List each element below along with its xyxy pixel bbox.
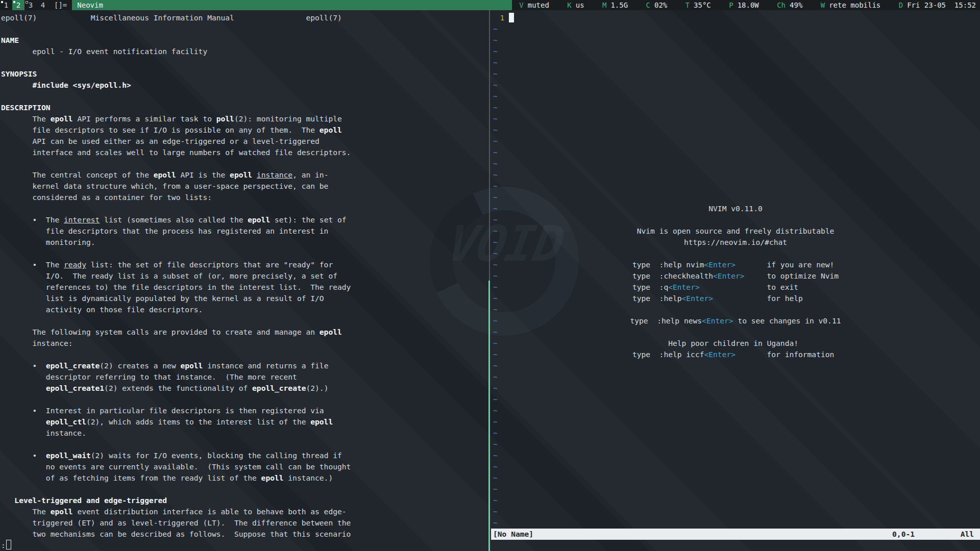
intro-line: type :help iccf<Enter> for information: [491, 349, 980, 360]
nvim-cursor: [509, 13, 514, 22]
neovim-window[interactable]: 1 ~~~~~~~~~~~~~~~~~~~~~~~~~~~~~~~~~~~~~~…: [491, 10, 980, 551]
window-separator-top: [489, 10, 490, 281]
man-line: activity on those file descriptors.: [1, 304, 489, 315]
pager-prompt: :: [1, 541, 6, 549]
status-volume: Vmuted: [519, 0, 549, 10]
window-title: Neovim: [72, 0, 512, 10]
man-line: triggered (ET) and as level-triggered (L…: [1, 517, 489, 529]
man-line: instance:: [1, 338, 489, 349]
man-line: [1, 158, 489, 169]
statusline-ruler: 0,0-1: [892, 529, 915, 540]
intro-line: [491, 248, 980, 259]
man-line: two mechanisms can be described as follo…: [1, 529, 489, 540]
empty-line-tilde: ~: [491, 394, 980, 405]
status-memory: M1.5G: [602, 0, 628, 10]
intro-line: type :checkhealth<Enter> to optimize Nvi…: [491, 270, 980, 282]
man-line: list is dynamically populated by the ker…: [1, 293, 489, 304]
intro-line: NVIM v0.11.0: [491, 203, 980, 214]
top-bar: 1234 []= Neovim VmutedKusM1.5GC02%T35°CP…: [0, 0, 980, 10]
tag-indicator-hollow: [26, 1, 28, 4]
line-number: 1: [491, 13, 509, 22]
man-line: interface and scales well to large numbe…: [1, 147, 489, 158]
nvim-statusline: [No Name] 0,0-1 All: [491, 529, 980, 540]
empty-line-tilde: ~: [491, 102, 980, 113]
empty-line-tilde: ~: [491, 484, 980, 495]
man-line: [1, 484, 489, 495]
status-wifi: Wrete mobilis: [821, 0, 881, 10]
intro-line: type :help news<Enter> to see changes in…: [491, 315, 980, 327]
tag-2[interactable]: 2: [12, 0, 24, 10]
tag-indicator-filled: [1, 1, 3, 3]
empty-line-tilde: ~: [491, 192, 980, 203]
intro-line: Nvim is open source and freely distribut…: [491, 226, 980, 237]
man-line: SYNOPSIS: [1, 68, 489, 80]
empty-line-tilde: ~: [491, 136, 980, 147]
man-line: epoll(7) Miscellaneous Information Manua…: [1, 12, 489, 23]
man-line: • Interest in particular file descriptor…: [1, 405, 489, 416]
empty-line-tilde: ~: [491, 91, 980, 102]
empty-line-tilde: ~: [491, 439, 980, 450]
man-line: I/O. The ready list is a subset of (or, …: [1, 270, 489, 282]
buffer-line-1: 1: [491, 12, 980, 23]
empty-line-tilde: ~: [491, 147, 980, 158]
man-line: epoll_create1(2) extends the functionali…: [1, 383, 489, 394]
man-line: descriptor referring to that instance. (…: [1, 371, 489, 383]
empty-line-tilde: ~: [491, 461, 980, 472]
empty-line-tilde: ~: [491, 405, 980, 416]
empty-line-tilde: ~: [491, 495, 980, 506]
man-line: [1, 315, 489, 327]
man-line: The epoll API performs a similar task to…: [1, 113, 489, 124]
man-line: file descriptors to see if I/O is possib…: [1, 124, 489, 136]
status-charge: Ch49%: [777, 0, 802, 10]
window-separator-focused: [488, 281, 490, 551]
empty-line-tilde: ~: [491, 158, 980, 169]
man-line: [1, 248, 489, 259]
tag-indicator-filled: [13, 1, 15, 3]
man-line: considered as a container for two lists:: [1, 192, 489, 203]
tag-3[interactable]: 3: [24, 0, 37, 10]
empty-line-tilde: ~: [491, 113, 980, 124]
tag-1[interactable]: 1: [0, 0, 12, 10]
intro-line: [491, 304, 980, 315]
empty-line-tilde: ~: [491, 428, 980, 439]
man-line: The following system calls are provided …: [1, 327, 489, 338]
statusline-filename: [No Name]: [493, 529, 533, 540]
layout-symbol[interactable]: []=: [49, 0, 72, 10]
nvim-intro: NVIM v0.11.0Nvim is open source and free…: [491, 203, 980, 360]
man-line: [1, 349, 489, 360]
man-line: • epoll_create(2) creates a new epoll in…: [1, 360, 489, 371]
empty-line-tilde: ~: [491, 80, 980, 91]
status-keyboard: Kus: [567, 0, 584, 10]
empty-line-tilde: ~: [491, 57, 980, 68]
nvim-cmdline[interactable]: [491, 540, 980, 551]
man-line: monitoring.: [1, 237, 489, 248]
pager-cursor: [6, 540, 11, 549]
man-line: The central concept of the epoll API is …: [1, 169, 489, 181]
man-line: no events are currently available. (This…: [1, 461, 489, 472]
tag-list: 1234: [0, 0, 49, 10]
intro-line: type :help nvim<Enter> if you are new!: [491, 259, 980, 270]
man-line: [1, 439, 489, 450]
man-line: The epoll event distribution interface i…: [1, 506, 489, 517]
man-page-window[interactable]: epoll(7) Miscellaneous Information Manua…: [0, 10, 489, 551]
man-line: instance.: [1, 428, 489, 439]
intro-line: Help poor children in Uganda!: [491, 338, 980, 349]
man-line: • epoll_wait(2) waits for I/O events, bl…: [1, 450, 489, 461]
man-line: [1, 203, 489, 214]
man-line: epoll_ctl(2), which adds items to the in…: [1, 416, 489, 428]
man-line: • The ready list: the set of file descri…: [1, 259, 489, 270]
empty-line-tilde: ~: [491, 472, 980, 484]
empty-line-tilde: ~: [491, 124, 980, 136]
man-line: API can be used either as an edge-trigge…: [1, 136, 489, 147]
pager-prompt-line[interactable]: :: [1, 540, 489, 551]
man-line: of as fetching items from the ready list…: [1, 472, 489, 484]
empty-line-tilde: ~: [491, 360, 980, 371]
empty-line-tilde: ~: [491, 35, 980, 46]
status-temp: T35°C: [685, 0, 711, 10]
tag-4[interactable]: 4: [37, 0, 49, 10]
empty-line-tilde: ~: [491, 181, 980, 192]
man-line: Level-triggered and edge-triggered: [1, 495, 489, 506]
desktop: VOID 1234 []= Neovim VmutedKusM1.5GC02%T…: [0, 0, 980, 551]
empty-line-tilde: ~: [491, 416, 980, 428]
empty-line-tilde: ~: [491, 68, 980, 80]
